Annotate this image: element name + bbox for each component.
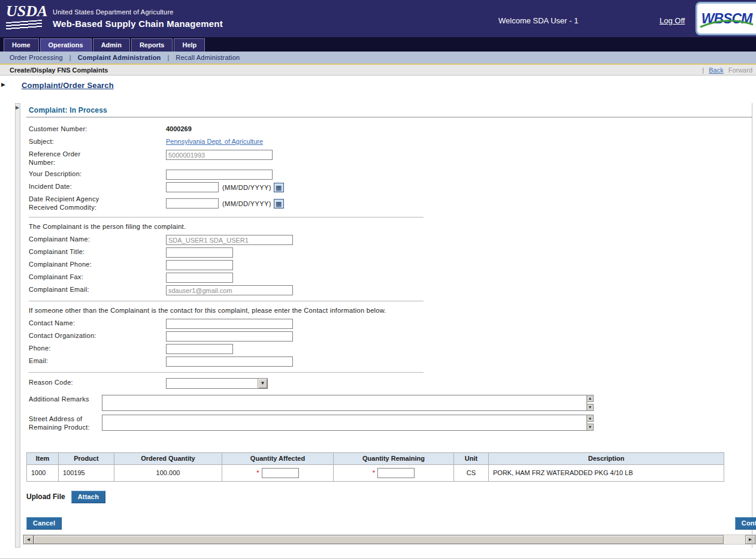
- contact-phone-input[interactable]: [166, 344, 233, 354]
- subject-label: Subject:: [29, 137, 99, 146]
- col-header-product: Product: [59, 452, 114, 464]
- complainant-title-input[interactable]: [166, 247, 233, 258]
- complainant-phone-label: Complainant Phone:: [29, 260, 99, 268]
- subject-link[interactable]: Pennsylvania Dept. of Agriculture: [166, 137, 263, 145]
- reason-code-selected-value: [167, 379, 258, 388]
- scrollbar-thumb[interactable]: [34, 535, 724, 544]
- scroll-down-icon[interactable]: ▼: [586, 404, 594, 411]
- subnav-complaint-administration[interactable]: Complaint Administration: [71, 54, 168, 61]
- complainant-title-row: Complainant Title:: [29, 247, 756, 258]
- gutter-arrow-icon[interactable]: ▶: [16, 105, 19, 110]
- upload-file-label: Upload File: [26, 492, 65, 501]
- complaint-form: Customer Number: 4000269 Subject: Pennsy…: [29, 125, 756, 432]
- additional-remarks-textarea[interactable]: ▲ ▼: [102, 395, 587, 411]
- contact-email-row: Email:: [29, 356, 756, 367]
- forward-link-disabled: Forward: [728, 67, 752, 74]
- required-marker: *: [373, 469, 375, 476]
- reference-order-row: Reference Order Number:: [29, 150, 756, 167]
- scroll-up-icon[interactable]: ▲: [586, 415, 594, 422]
- left-gutter-panel: ▶: [15, 103, 20, 548]
- contact-name-input[interactable]: [166, 319, 293, 329]
- wbscm-application-window: USDA United States Department of Agricul…: [0, 0, 756, 559]
- main-content: ▶ ▶ Complaint/Order Search Complaint: In…: [0, 75, 756, 545]
- incident-date-row: Incident Date: (MM/DD/YYYY) ▦: [29, 182, 756, 192]
- section-rule: [26, 117, 752, 117]
- complainant-email-input: [166, 285, 293, 295]
- form-actions: Cancel Continue: [26, 517, 756, 530]
- calendar-icon[interactable]: ▦: [274, 199, 284, 209]
- back-link[interactable]: Back: [709, 67, 723, 74]
- your-description-input[interactable]: [166, 170, 273, 180]
- usda-logo-stripes: [6, 20, 42, 30]
- scrollbar-track[interactable]: [34, 535, 745, 544]
- tab-admin[interactable]: Admin: [93, 38, 130, 52]
- street-address-textarea[interactable]: ▲ ▼: [102, 415, 587, 431]
- scroll-right-icon[interactable]: ►: [745, 535, 755, 544]
- reason-code-row: Reason Code: ▼: [29, 378, 756, 389]
- complainant-phone-row: Complainant Phone:: [29, 260, 756, 270]
- upload-file-section: Upload File Attach: [26, 491, 756, 503]
- complainant-note: The Complainant is the person filing the…: [29, 223, 756, 230]
- cancel-button[interactable]: Cancel: [26, 517, 62, 530]
- complainant-name-row: Complainant Name:: [29, 235, 756, 245]
- reference-order-label: Reference Order Number:: [29, 150, 99, 167]
- additional-remarks-row: Additional Remarks ▲ ▼: [29, 395, 756, 411]
- complainant-email-label: Complainant Email:: [29, 285, 99, 294]
- wbscm-swoosh-icon: [699, 19, 754, 29]
- date-received-label: Date Recipient Agency Received Commodity…: [29, 195, 99, 212]
- scroll-down-icon[interactable]: ▼: [586, 424, 594, 431]
- required-marker: *: [256, 469, 259, 476]
- your-description-row: Your Description:: [29, 170, 756, 180]
- pane-collapse-icon[interactable]: ▶: [1, 81, 5, 87]
- complainant-name-label: Complainant Name:: [29, 235, 99, 243]
- log-off-link[interactable]: Log Off: [660, 16, 685, 25]
- tab-help[interactable]: Help: [174, 38, 205, 52]
- customer-number-label: Customer Number:: [29, 125, 99, 133]
- reference-order-input: [166, 150, 273, 160]
- section-divider: [29, 301, 424, 301]
- contact-phone-row: Phone:: [29, 344, 756, 354]
- reason-code-label: Reason Code:: [29, 378, 99, 386]
- app-title: Web-Based Supply Chain Management: [53, 19, 223, 29]
- contact-name-row: Contact Name:: [29, 319, 756, 329]
- dropdown-arrow-icon[interactable]: ▼: [258, 379, 267, 388]
- quantity-remaining-input[interactable]: [377, 468, 415, 478]
- subnav-order-processing[interactable]: Order Processing: [10, 54, 69, 61]
- complainant-title-label: Complainant Title:: [29, 247, 99, 256]
- continue-button[interactable]: Continue: [735, 517, 756, 530]
- contact-email-input[interactable]: [166, 356, 293, 367]
- table-header-row: Item Product Ordered Quantity Quantity A…: [27, 452, 724, 464]
- reason-code-select[interactable]: ▼: [166, 378, 268, 389]
- scroll-left-icon[interactable]: ◄: [23, 535, 34, 544]
- complainant-phone-input[interactable]: [166, 260, 233, 270]
- col-header-description: Description: [489, 452, 724, 464]
- tab-home[interactable]: Home: [4, 38, 39, 52]
- date-received-input[interactable]: [166, 198, 219, 209]
- incident-date-format: (MM/DD/YYYY): [222, 182, 271, 191]
- calendar-icon[interactable]: ▦: [274, 183, 284, 192]
- col-header-unit: Unit: [454, 452, 489, 464]
- page-title: Create/Display FNS Complaints: [10, 67, 108, 74]
- quantity-affected-input[interactable]: [262, 468, 299, 478]
- titlebar-separator: |: [702, 67, 704, 74]
- complaint-items-table: Item Product Ordered Quantity Quantity A…: [26, 452, 724, 482]
- date-received-format: (MM/DD/YYYY): [222, 195, 271, 207]
- scroll-up-icon[interactable]: ▲: [586, 395, 594, 402]
- attach-button[interactable]: Attach: [71, 491, 105, 503]
- col-header-quantity-remaining: Quantity Remaining: [334, 452, 454, 464]
- tab-reports[interactable]: Reports: [131, 38, 173, 52]
- contact-organization-input[interactable]: [166, 331, 293, 342]
- your-description-label: Your Description:: [29, 170, 99, 178]
- complainant-fax-input[interactable]: [166, 273, 233, 283]
- col-header-quantity-affected: Quantity Affected: [222, 452, 334, 464]
- tab-operations[interactable]: Operations: [40, 38, 92, 52]
- section-heading: Complaint: In Process: [29, 106, 756, 114]
- section-divider: [29, 217, 424, 217]
- complainant-name-input: [166, 235, 293, 245]
- customer-number-value: 4000269: [166, 125, 192, 132]
- incident-date-input[interactable]: [166, 182, 219, 192]
- contact-email-label: Email:: [29, 356, 99, 365]
- usda-logo-text: USDA: [6, 4, 46, 19]
- col-header-ordered-quantity: Ordered Quantity: [114, 452, 222, 464]
- subnav-recall-administration[interactable]: Recall Administration: [169, 54, 246, 61]
